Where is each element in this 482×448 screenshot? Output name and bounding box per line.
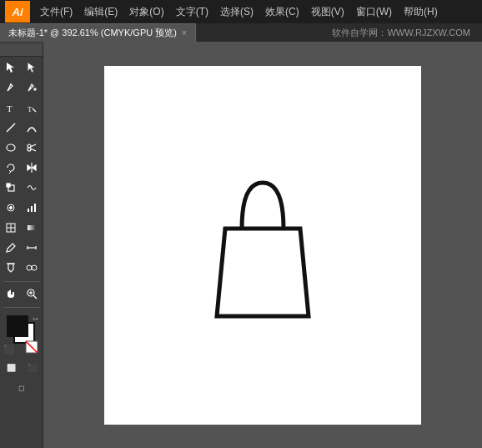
svg-marker-0 bbox=[7, 63, 14, 73]
tool-add-anchor[interactable] bbox=[22, 78, 42, 97]
svg-line-9 bbox=[7, 123, 15, 132]
color-area: ↔ ⬛ bbox=[2, 314, 42, 355]
tool-row-mode: ⬜ ⬛ bbox=[0, 359, 43, 377]
tool-blend[interactable] bbox=[22, 259, 42, 277]
tool-mesh[interactable] bbox=[1, 219, 21, 237]
menu-select[interactable]: 选择(S) bbox=[215, 3, 259, 21]
tool-row-mesh bbox=[0, 219, 43, 237]
tab-info: 软件自学网：WWW.RJZXW.COM bbox=[196, 23, 482, 42]
tool-row-shape1 bbox=[0, 138, 43, 157]
tool-rotate[interactable] bbox=[1, 159, 21, 177]
title-bar: Ai 文件(F) 编辑(E) 对象(O) 文字(T) 选择(S) 效果(C) 视… bbox=[0, 0, 482, 23]
tab-bar: 未标题-1* @ 392.61% (CMYK/GPU 预览) × 软件自学网：W… bbox=[0, 23, 482, 42]
tool-row-select bbox=[0, 58, 43, 77]
shopping-bag-illustration bbox=[179, 158, 346, 333]
svg-line-8 bbox=[33, 108, 36, 112]
tool-reflect[interactable] bbox=[22, 159, 42, 177]
tool-row-line bbox=[0, 118, 43, 137]
tool-row-blend bbox=[0, 239, 43, 257]
menu-object[interactable]: 对象(O) bbox=[124, 3, 168, 21]
tool-paint-bucket[interactable] bbox=[1, 259, 21, 277]
main-area: T T bbox=[0, 42, 482, 448]
tool-row-graph bbox=[0, 199, 43, 217]
svg-line-35 bbox=[33, 295, 37, 299]
svg-point-12 bbox=[28, 148, 31, 151]
tool-ellipse[interactable] bbox=[1, 138, 21, 157]
tool-symbol[interactable] bbox=[1, 199, 21, 217]
svg-marker-40 bbox=[217, 229, 309, 316]
tool-row-scale bbox=[0, 179, 43, 197]
tool-scale[interactable] bbox=[1, 179, 21, 197]
svg-text:T: T bbox=[28, 105, 33, 113]
tool-arc[interactable] bbox=[22, 118, 42, 137]
svg-rect-19 bbox=[7, 184, 10, 187]
tool-hand[interactable] bbox=[1, 284, 21, 303]
tool-graph[interactable] bbox=[22, 199, 42, 217]
tab-close-button[interactable]: × bbox=[182, 28, 187, 38]
tool-pen[interactable] bbox=[1, 78, 21, 97]
tool-warp[interactable] bbox=[22, 179, 42, 197]
svg-marker-17 bbox=[33, 165, 36, 170]
tool-normal-mode[interactable]: ⬜ bbox=[1, 359, 21, 377]
tool-row-shape2 bbox=[0, 159, 43, 177]
svg-text:T: T bbox=[7, 103, 13, 113]
menu-edit[interactable]: 编辑(E) bbox=[79, 3, 123, 21]
tool-line[interactable] bbox=[1, 118, 21, 137]
svg-point-11 bbox=[28, 144, 31, 148]
none-stroke-icon bbox=[25, 340, 40, 355]
svg-rect-23 bbox=[31, 206, 33, 212]
canvas-area bbox=[43, 42, 482, 448]
tool-row-type: T T bbox=[0, 98, 43, 117]
menu-window[interactable]: 窗口(W) bbox=[351, 3, 397, 21]
app-logo: Ai bbox=[5, 1, 30, 23]
foreground-swatch[interactable] bbox=[7, 315, 28, 337]
menu-bar: 文件(F) 编辑(E) 对象(O) 文字(T) 选择(S) 效果(C) 视图(V… bbox=[35, 3, 477, 21]
svg-rect-28 bbox=[28, 225, 36, 230]
tool-row-draw bbox=[0, 78, 43, 97]
toolbar: T T bbox=[0, 42, 43, 448]
ruler bbox=[0, 43, 43, 57]
canvas-page bbox=[104, 66, 421, 425]
site-info-label: 软件自学网：WWW.RJZXW.COM bbox=[332, 27, 470, 39]
tool-selection[interactable] bbox=[1, 58, 21, 77]
menu-text[interactable]: 文字(T) bbox=[171, 3, 213, 21]
tool-separator bbox=[3, 281, 40, 282]
reset-colors-icon[interactable]: ⬛ bbox=[3, 345, 13, 354]
svg-point-10 bbox=[7, 144, 15, 151]
tool-row-paint bbox=[0, 259, 43, 277]
swap-colors-icon[interactable]: ↔ bbox=[32, 314, 40, 323]
tool-touch-type[interactable]: T bbox=[22, 98, 42, 117]
svg-point-3 bbox=[10, 83, 12, 85]
tool-separator-2 bbox=[3, 307, 40, 308]
tool-screen-mode[interactable]: ◻ bbox=[12, 379, 32, 397]
svg-rect-24 bbox=[34, 204, 36, 212]
active-tab[interactable]: 未标题-1* @ 392.61% (CMYK/GPU 预览) × bbox=[0, 23, 196, 42]
tool-gradient[interactable] bbox=[22, 219, 42, 237]
menu-help[interactable]: 帮助(H) bbox=[399, 3, 443, 21]
tool-measure[interactable] bbox=[22, 239, 42, 257]
tool-row-screen: ◻ bbox=[0, 379, 43, 397]
svg-point-33 bbox=[32, 265, 37, 270]
tab-label: 未标题-1* @ 392.61% (CMYK/GPU 预览) bbox=[8, 27, 177, 39]
svg-point-21 bbox=[10, 207, 13, 209]
tool-zoom[interactable] bbox=[22, 284, 42, 303]
svg-marker-16 bbox=[28, 165, 31, 170]
tool-scissors[interactable] bbox=[22, 138, 42, 157]
menu-effect[interactable]: 效果(C) bbox=[260, 3, 304, 21]
tool-row-hand bbox=[0, 284, 43, 303]
svg-rect-22 bbox=[28, 209, 29, 212]
menu-view[interactable]: 视图(V) bbox=[306, 3, 349, 21]
tool-draw-mode[interactable]: ⬛ bbox=[22, 359, 42, 377]
tool-direct-select[interactable] bbox=[22, 58, 42, 77]
tool-type[interactable]: T bbox=[1, 98, 21, 117]
menu-file[interactable]: 文件(F) bbox=[35, 3, 78, 21]
svg-point-32 bbox=[27, 265, 32, 270]
tool-eyedropper[interactable] bbox=[1, 239, 21, 257]
